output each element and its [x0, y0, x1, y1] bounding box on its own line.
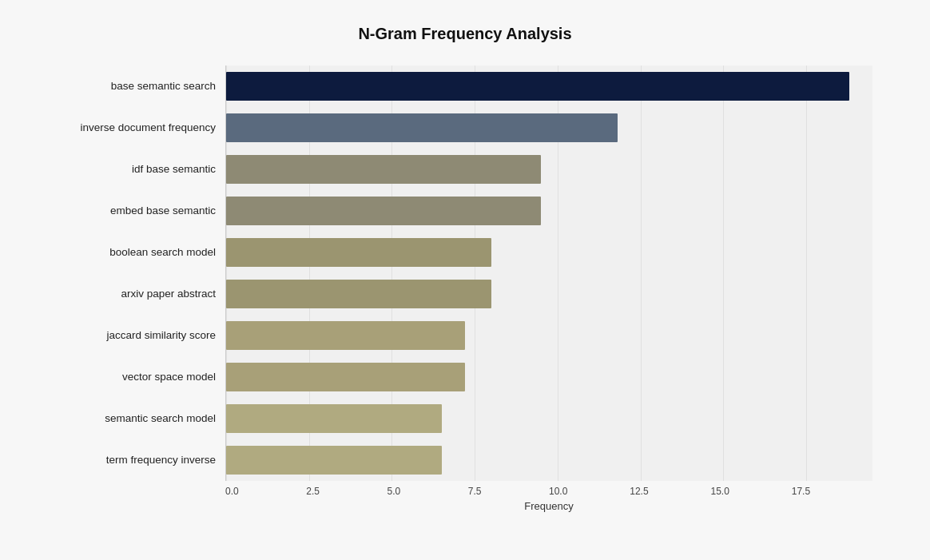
- x-axis-label: Frequency: [225, 500, 872, 512]
- chart-body: base semantic searchinverse document fre…: [58, 66, 872, 481]
- labels-column: base semantic searchinverse document fre…: [58, 66, 225, 481]
- bar-fill: [226, 238, 491, 267]
- x-axis-ticks: 0.02.55.07.510.012.515.017.5: [225, 486, 872, 497]
- x-tick: 2.5: [306, 486, 387, 497]
- bar-row: [226, 398, 872, 439]
- bar-fill: [226, 113, 618, 142]
- x-tick: 7.5: [468, 486, 549, 497]
- x-tick: 10.0: [549, 486, 630, 497]
- bar-label: arxiv paper abstract: [58, 273, 225, 315]
- bar-row: [226, 232, 872, 273]
- chart-title: N-Gram Frequency Analysis: [58, 25, 872, 43]
- bar-row: [226, 356, 872, 398]
- bar-fill: [226, 280, 491, 308]
- bar-label: embed base semantic: [58, 190, 225, 232]
- bar-fill: [226, 155, 541, 184]
- bar-row: [226, 315, 872, 356]
- chart-container: N-Gram Frequency Analysis base semantic …: [26, 1, 904, 560]
- bar-row: [226, 66, 872, 107]
- bar-fill: [226, 446, 442, 475]
- bar-row: [226, 149, 872, 190]
- bar-label: term frequency inverse: [58, 439, 225, 481]
- bar-label: semantic search model: [58, 398, 225, 439]
- x-tick: 5.0: [388, 486, 468, 497]
- bar-label: inverse document frequency: [58, 107, 225, 149]
- bar-label: idf base semantic: [58, 149, 225, 190]
- bar-row: [226, 107, 872, 149]
- bar-label: vector space model: [58, 356, 225, 398]
- bar-row: [226, 190, 872, 232]
- bar-fill: [226, 404, 442, 433]
- bar-label: boolean search model: [58, 232, 225, 273]
- bar-row: [226, 439, 872, 481]
- bar-label: base semantic search: [58, 66, 225, 107]
- x-tick: 0.0: [225, 486, 306, 497]
- x-tick: 15.0: [711, 486, 792, 497]
- x-tick: 12.5: [630, 486, 710, 497]
- bars-column: [225, 66, 872, 481]
- bar-fill: [226, 321, 465, 350]
- bar-fill: [226, 197, 541, 225]
- bar-row: [226, 273, 872, 315]
- x-tick: 17.5: [792, 486, 872, 497]
- bar-fill: [226, 72, 849, 101]
- bar-fill: [226, 363, 465, 391]
- bar-label: jaccard similarity score: [58, 315, 225, 356]
